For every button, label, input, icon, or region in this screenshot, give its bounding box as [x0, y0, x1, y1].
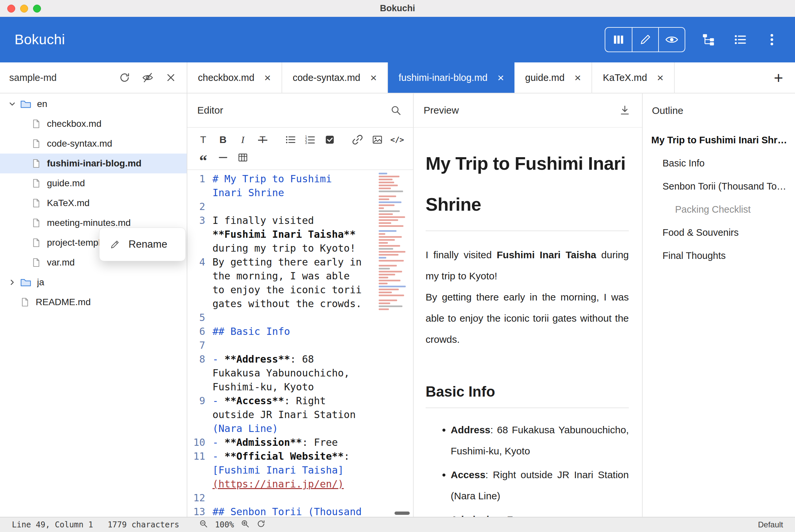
outline-item[interactable]: Senbon Torii (Thousand Torii ...	[651, 175, 788, 198]
file-icon	[20, 297, 30, 307]
preview-pane: Preview My Trip to Fushimi Inari Shrine …	[414, 93, 643, 517]
outline-item[interactable]: My Trip to Fushimi Inari Shrine	[651, 129, 788, 152]
tree-item-label: KaTeX.md	[47, 198, 90, 208]
pencil-icon	[639, 33, 652, 46]
tab-KaTeX.md[interactable]: KaTeX.md×	[592, 62, 675, 93]
close-window-button[interactable]	[7, 5, 15, 13]
file-fushimi-inari-blog.md[interactable]: fushimi-inari-blog.md	[0, 154, 187, 173]
tab-checkbox.md[interactable]: checkbox.md×	[187, 62, 282, 93]
rename-menu-label: Rename	[129, 239, 167, 250]
preview-pane-header: Preview	[414, 93, 642, 128]
tab-fushimi-inari-blog.md[interactable]: fushimi-inari-blog.md×	[388, 62, 515, 93]
text-format-button[interactable]: T	[196, 132, 210, 147]
folder-en[interactable]: en	[0, 94, 187, 114]
tab-guide.md[interactable]: guide.md×	[515, 62, 592, 93]
tree-item-label: en	[37, 99, 47, 109]
tab-close-icon[interactable]: ×	[657, 72, 664, 83]
file-guide.md[interactable]: guide.md	[0, 173, 187, 193]
toolbar-row-2: “	[196, 150, 404, 165]
file-checkbox.md[interactable]: checkbox.md	[0, 114, 187, 134]
refresh-icon[interactable]	[118, 71, 131, 84]
download-icon[interactable]	[617, 103, 632, 117]
search-icon[interactable]	[389, 103, 403, 117]
tab-close-icon[interactable]: ×	[575, 72, 581, 83]
editor-mode-button[interactable]	[632, 28, 658, 52]
outline-item[interactable]: Final Thoughts	[651, 244, 788, 267]
editor-scrollbar-thumb[interactable]	[394, 512, 410, 515]
link-button[interactable]	[350, 132, 365, 147]
eye-off-icon[interactable]	[141, 71, 154, 84]
line-number: 4	[187, 255, 212, 311]
editor-line: 13## Senbon Torii (Thousand	[187, 505, 413, 517]
code-editor[interactable]: 1# My Trip to Fushimi Inari Shrine23I fi…	[187, 170, 413, 517]
new-tab-button[interactable]: +	[762, 62, 795, 93]
tree-item-label: guide.md	[47, 178, 85, 189]
zoom-in-icon[interactable]	[241, 519, 250, 530]
image-icon	[372, 134, 383, 145]
file-code-syntax.md[interactable]: code-syntax.md	[0, 134, 187, 154]
editor-line: 9- **Access**: Right outside JR Inari St…	[187, 394, 413, 436]
table-button[interactable]	[236, 150, 250, 165]
code-button[interactable]: </>	[390, 132, 404, 147]
line-number: 3	[187, 214, 212, 255]
tab-code-syntax.md[interactable]: code-syntax.md×	[282, 62, 388, 93]
line-number: 12	[187, 491, 212, 505]
file-tree: encheckbox.mdcode-syntax.mdfushimi-inari…	[0, 93, 187, 517]
line-number: 2	[187, 200, 212, 214]
columns-view-button[interactable]	[605, 28, 632, 52]
tab-close-icon[interactable]: ×	[264, 72, 271, 83]
tree-item-label: meeting-minutes.md	[47, 217, 131, 228]
tab-close-icon[interactable]: ×	[370, 72, 377, 83]
outline-item[interactable]: Food & Souvenirs	[651, 221, 788, 244]
italic-button[interactable]: I	[236, 132, 250, 147]
bullet-list-icon	[285, 134, 296, 145]
horizontal-rule-button[interactable]	[216, 150, 230, 165]
outline-item[interactable]: Packing Checklist	[651, 198, 788, 221]
file-icon	[31, 238, 41, 248]
line-number: 1	[187, 172, 212, 200]
file-icon	[31, 198, 41, 208]
bullet-list-button[interactable]	[283, 132, 298, 147]
outline-toggle-button[interactable]	[732, 31, 749, 48]
bold-button[interactable]: B	[216, 132, 230, 147]
tab-close-icon[interactable]: ×	[497, 72, 504, 83]
numbered-list-button[interactable]: 123	[303, 132, 317, 147]
zoom-out-icon[interactable]	[199, 519, 208, 530]
character-count: 1779 characters	[108, 520, 180, 529]
quote-button[interactable]: “	[196, 150, 210, 165]
style-mode: Default	[758, 520, 783, 529]
more-menu-button[interactable]	[763, 31, 780, 48]
outline-item[interactable]: Basic Info	[651, 152, 788, 175]
rename-pencil-icon	[109, 239, 121, 250]
file-icon	[31, 218, 41, 228]
tab-label: KaTeX.md	[603, 72, 647, 83]
checkbox-button[interactable]	[322, 132, 337, 147]
preview-paragraph: I finally visited Fushimi Inari Taisha d…	[426, 244, 629, 350]
folder-ja[interactable]: ja	[0, 272, 187, 292]
preview-mode-button[interactable]	[658, 28, 685, 52]
file-README.md[interactable]: README.md	[0, 292, 187, 312]
editor-line: 12	[187, 491, 413, 505]
zoom-window-button[interactable]	[33, 5, 41, 13]
line-number: 11	[187, 450, 212, 491]
strikethrough-button[interactable]: T	[255, 132, 270, 147]
preview-list: Address: 68 Fukakusa Yabunouchicho, Fush…	[426, 419, 629, 517]
zoom-reset-icon[interactable]	[256, 519, 266, 530]
minimap[interactable]	[378, 171, 408, 311]
tree-item-label: README.md	[36, 297, 91, 307]
file-KaTeX.md[interactable]: KaTeX.md	[0, 193, 187, 213]
editor-line: 6## Basic Info	[187, 325, 413, 339]
tree-view-button[interactable]	[700, 31, 717, 48]
plus-icon: +	[774, 69, 783, 87]
image-button[interactable]	[370, 132, 385, 147]
tab-bar: checkbox.md×code-syntax.md×fushimi-inari…	[187, 62, 795, 93]
minimize-window-button[interactable]	[20, 5, 28, 13]
traffic-lights	[7, 0, 41, 17]
file-icon	[31, 119, 41, 129]
preview-h1: My Trip to Fushimi Inari Shrine	[426, 143, 629, 231]
chevron-down-icon	[8, 100, 17, 108]
preview-bullet: Admission: Free	[451, 509, 629, 517]
close-icon[interactable]	[164, 71, 178, 84]
rename-menu-item[interactable]: Rename	[99, 228, 185, 261]
tree-item-label: fushimi-inari-blog.md	[47, 158, 142, 169]
